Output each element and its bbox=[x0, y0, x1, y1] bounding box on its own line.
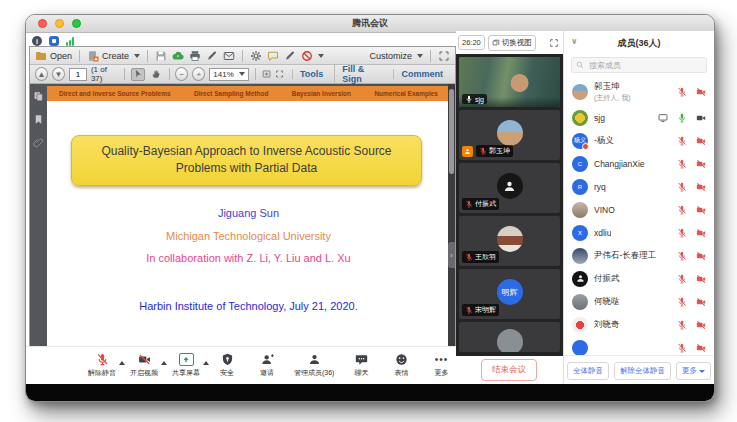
fill-sign-panel-button[interactable]: Fill & Sign bbox=[334, 64, 389, 84]
send-restrict-button[interactable] bbox=[301, 50, 324, 62]
video-tile[interactable]: 付振武 bbox=[459, 163, 560, 213]
unmute-all-button[interactable]: 解除全体静音 bbox=[614, 362, 671, 380]
marquee-zoom-icon[interactable] bbox=[262, 69, 271, 79]
camera-off-icon[interactable] bbox=[696, 274, 706, 284]
email-icon[interactable] bbox=[223, 50, 235, 62]
scrollbar-thumb[interactable] bbox=[449, 89, 454, 174]
zoom-out-button[interactable]: − bbox=[175, 67, 188, 81]
member-row[interactable]: 尹伟石-长春理工 bbox=[564, 244, 714, 267]
camera-off-icon[interactable] bbox=[696, 136, 706, 146]
page-number-input[interactable] bbox=[69, 68, 87, 81]
panel-pull-tab[interactable]: › bbox=[448, 242, 455, 268]
chevron-up-icon[interactable] bbox=[161, 361, 167, 365]
previous-page-button[interactable]: ▲ bbox=[35, 67, 48, 81]
customize-button[interactable]: Customize bbox=[369, 51, 423, 61]
gear-icon[interactable] bbox=[250, 50, 262, 62]
camera-off-icon[interactable] bbox=[696, 205, 706, 215]
hand-tool-button[interactable] bbox=[149, 68, 163, 81]
mic-muted-icon[interactable] bbox=[677, 182, 687, 192]
mic-muted-icon[interactable] bbox=[677, 136, 687, 146]
video-tile[interactable]: 明辉 宋明辉 bbox=[459, 269, 560, 319]
comment-bubble-icon[interactable] bbox=[267, 50, 279, 62]
mic-muted-icon[interactable] bbox=[677, 228, 687, 238]
avatar bbox=[572, 317, 588, 333]
camera-off-icon[interactable] bbox=[696, 159, 706, 169]
chevron-up-icon[interactable] bbox=[119, 361, 125, 365]
mic-muted-icon[interactable] bbox=[677, 320, 687, 330]
member-row[interactable]: 郭玉坤 (主持人, 我) bbox=[564, 77, 714, 106]
share-screen-button[interactable]: 共享屏幕 bbox=[172, 353, 200, 378]
search-input[interactable] bbox=[587, 60, 702, 71]
resize-toolbar-icon[interactable] bbox=[438, 50, 450, 62]
zoom-level-select[interactable]: 141% bbox=[209, 68, 248, 81]
member-row[interactable]: X xdliu bbox=[564, 221, 714, 244]
mic-muted-icon[interactable] bbox=[677, 87, 687, 97]
chat-button[interactable]: 聊天 bbox=[348, 353, 374, 378]
more-members-actions-button[interactable]: 更多 bbox=[676, 362, 711, 380]
open-button[interactable]: Open bbox=[35, 50, 72, 62]
page-thumbnails-icon[interactable] bbox=[33, 91, 44, 102]
member-row[interactable]: C ChangjianXie bbox=[564, 152, 714, 175]
camera-off-icon[interactable] bbox=[696, 297, 706, 307]
manage-members-button[interactable]: 管理成员(36) bbox=[294, 353, 334, 378]
member-row[interactable]: R ryq bbox=[564, 175, 714, 198]
mic-muted-icon[interactable] bbox=[677, 159, 687, 169]
bookmarks-icon[interactable] bbox=[33, 114, 44, 125]
save-icon[interactable] bbox=[155, 50, 167, 62]
camera-on-icon[interactable] bbox=[696, 113, 706, 123]
vertical-scrollbar[interactable] bbox=[448, 84, 455, 348]
member-row[interactable]: 何晓哒 bbox=[564, 290, 714, 313]
unmute-button[interactable]: 解除静音 bbox=[88, 353, 116, 378]
mute-all-button[interactable]: 全体静音 bbox=[567, 362, 609, 380]
screen-share-icon[interactable] bbox=[658, 113, 668, 123]
mic-muted-icon[interactable] bbox=[677, 343, 687, 353]
attachments-icon[interactable] bbox=[33, 137, 44, 148]
select-tool-button[interactable] bbox=[131, 68, 145, 81]
print-icon[interactable] bbox=[189, 50, 201, 62]
member-row[interactable]: 杨义 -杨义 bbox=[564, 129, 714, 152]
sign-pen-icon[interactable] bbox=[206, 50, 218, 62]
member-row[interactable]: sjg bbox=[564, 106, 714, 129]
member-row[interactable]: 刘晓奇 bbox=[564, 313, 714, 336]
emoji-button[interactable]: 表情 bbox=[388, 353, 414, 378]
info-icon[interactable]: i bbox=[32, 36, 42, 46]
mic-muted-icon[interactable] bbox=[677, 205, 687, 215]
security-button[interactable]: 安全 bbox=[214, 353, 240, 378]
mic-muted-icon[interactable] bbox=[677, 297, 687, 307]
video-tile[interactable]: 郭玉坤 bbox=[459, 110, 560, 160]
start-video-button[interactable]: 开启视频 bbox=[130, 353, 158, 378]
member-search-box[interactable] bbox=[571, 57, 707, 73]
invite-button[interactable]: 邀请 bbox=[254, 353, 280, 378]
camera-off-icon[interactable] bbox=[696, 320, 706, 330]
video-tile[interactable] bbox=[459, 322, 560, 352]
comment-panel-button[interactable]: Comment bbox=[393, 69, 450, 79]
collapse-panel-icon[interactable]: ∨ bbox=[571, 38, 579, 46]
member-row[interactable] bbox=[564, 336, 714, 356]
mic-on-icon[interactable] bbox=[677, 113, 687, 123]
mic-muted-icon bbox=[465, 253, 473, 261]
audio-device-icon[interactable] bbox=[49, 36, 59, 46]
switch-view-button[interactable]: 切换视图 bbox=[488, 35, 536, 51]
camera-off-icon[interactable] bbox=[696, 87, 706, 97]
camera-off-icon[interactable] bbox=[696, 228, 706, 238]
member-row[interactable]: 付振武 bbox=[564, 267, 714, 290]
chevron-up-icon[interactable] bbox=[203, 361, 209, 365]
zoom-in-button[interactable]: + bbox=[192, 67, 205, 81]
next-page-button[interactable]: ▼ bbox=[52, 67, 65, 81]
mic-muted-icon[interactable] bbox=[677, 251, 687, 261]
tools-panel-button[interactable]: Tools bbox=[292, 69, 330, 79]
cloud-upload-icon[interactable] bbox=[172, 50, 184, 62]
highlight-icon[interactable] bbox=[284, 50, 296, 62]
video-tile[interactable]: sjg bbox=[459, 57, 560, 107]
camera-off-icon[interactable] bbox=[696, 343, 706, 353]
end-meeting-button[interactable]: 结束会议 bbox=[481, 359, 537, 381]
mic-muted-icon[interactable] bbox=[677, 274, 687, 284]
video-tile[interactable]: 王欣羽 bbox=[459, 216, 560, 266]
fit-page-icon[interactable] bbox=[275, 69, 284, 79]
create-button[interactable]: Create bbox=[87, 50, 140, 62]
fullscreen-icon[interactable] bbox=[549, 38, 559, 48]
camera-off-icon[interactable] bbox=[696, 182, 706, 192]
camera-off-icon[interactable] bbox=[696, 251, 706, 261]
more-button[interactable]: ••• 更多 bbox=[428, 353, 454, 378]
member-row[interactable]: VINO bbox=[564, 198, 714, 221]
